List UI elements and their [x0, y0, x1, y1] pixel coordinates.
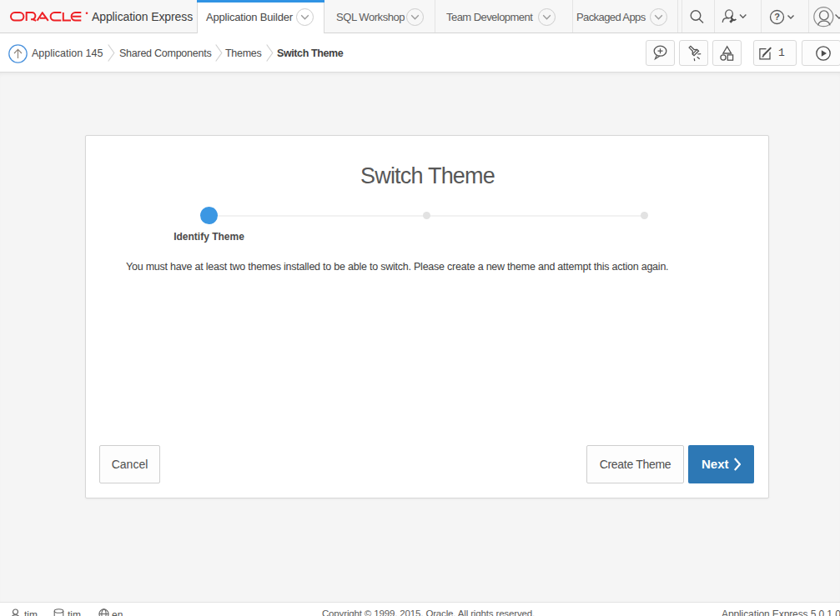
- svg-text:?: ?: [774, 12, 780, 22]
